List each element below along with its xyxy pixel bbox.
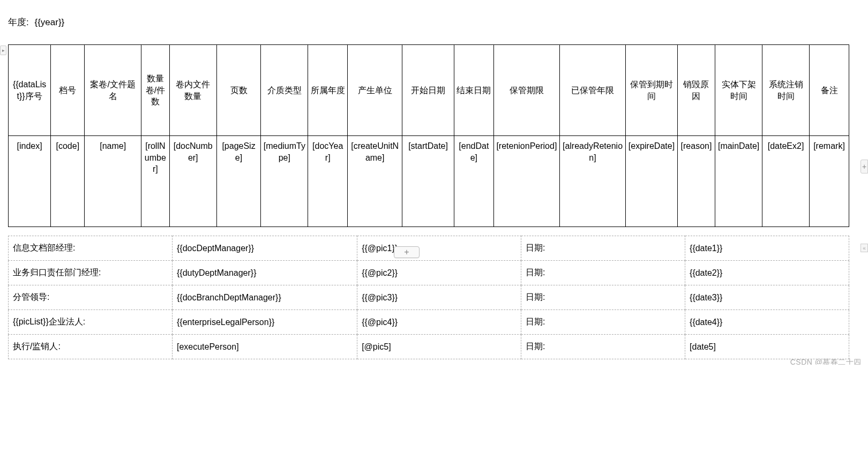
sig-row: 业务归口责任部门经理: {{dutyDeptManager}} {{@pic2}… [9, 261, 849, 285]
right-add-handle[interactable]: + [860, 160, 868, 173]
sig-date: {{date4}} [685, 310, 849, 335]
sig-date: {{date2}} [685, 261, 849, 285]
sig-row: 分管领导: {{docBranchDeptManager}} {{@pic3}}… [9, 285, 849, 310]
add-row-button[interactable]: + [394, 246, 420, 258]
header-maindate: 实体下架时间 [715, 45, 762, 136]
sig-value: [executePerson] [172, 335, 357, 359]
cell-docyear: [docYear] [308, 136, 348, 227]
cell-maindate: [mainDate] [715, 136, 762, 227]
year-value: {{year}} [34, 17, 64, 27]
header-rollnumber: 数量卷/件数 [141, 45, 169, 136]
header-retention: 保管期限 [493, 45, 559, 136]
cell-rollnumber: [rollNumber] [141, 136, 169, 227]
cell-retention: [retenionPeriod] [493, 136, 559, 227]
header-already: 已保管年限 [559, 45, 625, 136]
header-expire: 保管到期时间 [626, 45, 678, 136]
header-dateex2: 系统注销时间 [762, 45, 810, 136]
sig-row: 信息文档部经理: {{docDeptManager}} {{@pic1}} 日期… [9, 236, 849, 261]
header-docyear: 所属年度 [308, 45, 348, 136]
header-docnumber: 卷内文件数量 [169, 45, 216, 136]
sig-date: [date5] [685, 335, 849, 359]
data-table: {{dataList}}序号 档号 案卷/文件题名 数量卷/件数 卷内文件数量 … [8, 44, 849, 227]
sig-pic: {{@pic4}} [357, 310, 521, 335]
sig-date: {{date3}} [685, 285, 849, 310]
cell-expire: [expireDate] [626, 136, 678, 227]
cell-already: [alreadyRetenion] [559, 136, 625, 227]
sig-label: 执行/监销人: [9, 335, 173, 359]
cell-reason: [reason] [677, 136, 715, 227]
sig-datelabel: 日期: [521, 310, 685, 335]
sig-row: {{picList}}企业法人: {{enterpriseLegalPerson… [9, 310, 849, 335]
sig-label: {{picList}}企业法人: [9, 310, 173, 335]
sig-value: {{dutyDeptManager}} [172, 261, 357, 285]
year-label: 年度: [8, 17, 29, 27]
cell-pagesize: [pageSize] [216, 136, 261, 227]
sig-label: 业务归口责任部门经理: [9, 261, 173, 285]
plus-icon: + [404, 247, 409, 257]
cell-name: [name] [85, 136, 141, 227]
sig-value: {{docBranchDeptManager}} [172, 285, 357, 310]
cell-docnumber: [docNumber] [169, 136, 216, 227]
cell-dateex2: [dateEx2] [762, 136, 810, 227]
cell-remark: [remark] [810, 136, 849, 227]
header-pagesize: 页数 [216, 45, 261, 136]
header-mediumtype: 介质类型 [261, 45, 308, 136]
header-remark: 备注 [810, 45, 849, 136]
sig-date: {{date1}} [685, 236, 849, 261]
signature-table: 信息文档部经理: {{docDeptManager}} {{@pic1}} 日期… [8, 236, 849, 359]
right-collapse-handle[interactable]: « [860, 244, 868, 252]
sig-datelabel: 日期: [521, 236, 685, 261]
header-reason: 销毁原因 [677, 45, 715, 136]
header-enddate: 结束日期 [454, 45, 493, 136]
sig-label: 分管领导: [9, 285, 173, 310]
header-createunit: 产生单位 [348, 45, 402, 136]
header-code: 档号 [51, 45, 85, 136]
watermark: CSDN @慕春二十四 [790, 358, 862, 365]
table-row: [index] [code] [name] [rollNumber] [docN… [9, 136, 849, 227]
sig-pic: {{@pic3}} [357, 285, 521, 310]
sig-row: 执行/监销人: [executePerson] [@pic5] 日期: [dat… [9, 335, 849, 359]
sig-pic: {{@pic2}} [357, 261, 521, 285]
header-index: {{dataList}}序号 [9, 45, 51, 136]
left-tab-handle[interactable] [0, 46, 6, 55]
header-name: 案卷/文件题名 [85, 45, 141, 136]
year-row: 年度: {{year}} [5, 5, 863, 44]
cell-enddate: [endDate] [454, 136, 493, 227]
cell-index: [index] [9, 136, 51, 227]
sig-value: {{docDeptManager}} [172, 236, 357, 261]
cell-startdate: [startDate] [402, 136, 454, 227]
table-header-row: {{dataList}}序号 档号 案卷/文件题名 数量卷/件数 卷内文件数量 … [9, 45, 849, 136]
sig-datelabel: 日期: [521, 261, 685, 285]
sig-value: {{enterpriseLegalPerson}} [172, 310, 357, 335]
cell-createunit: [createUnitName] [348, 136, 402, 227]
cell-code: [code] [51, 136, 85, 227]
cell-mediumtype: [mediumType] [261, 136, 308, 227]
sig-pic: {{@pic1}} [357, 236, 521, 261]
sig-datelabel: 日期: [521, 335, 685, 359]
plus-icon: + [862, 162, 866, 171]
sig-label: 信息文档部经理: [9, 236, 173, 261]
header-startdate: 开始日期 [402, 45, 454, 136]
sig-datelabel: 日期: [521, 285, 685, 310]
sig-pic: [@pic5] [357, 335, 521, 359]
